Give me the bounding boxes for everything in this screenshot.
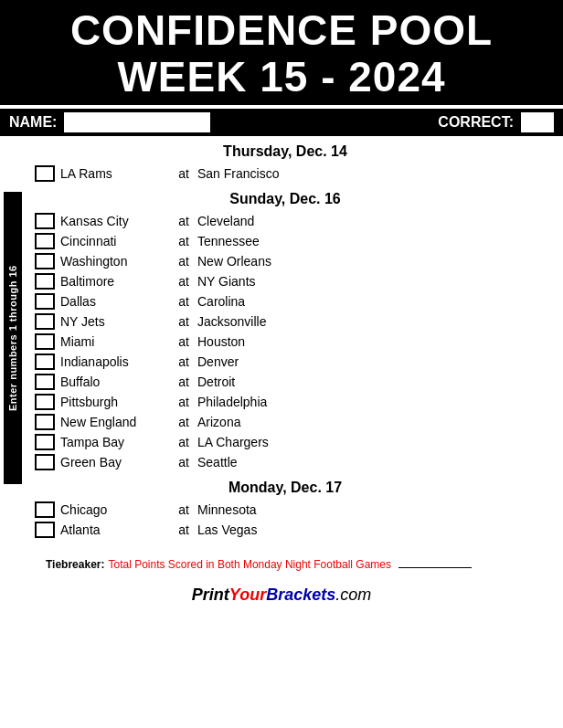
team-home: Kansas City (60, 214, 170, 228)
game-row: Green BayatSeattle (35, 452, 536, 472)
team-home: Cincinnati (60, 234, 170, 248)
team-home: New England (60, 415, 170, 429)
game-checkbox[interactable] (35, 353, 55, 370)
team-home: Indianapolis (60, 354, 170, 369)
day-header: Sunday, Dec. 16 (35, 184, 536, 211)
header: CONFIDENCE POOL WEEK 15 - 2024 (0, 0, 563, 105)
at-text: at (170, 334, 197, 349)
game-row: DallasatCarolina (35, 291, 536, 311)
footer-your: Your (229, 586, 266, 604)
game-checkbox[interactable] (35, 165, 55, 182)
game-row: PittsburghatPhiladelphia (35, 392, 536, 412)
at-text: at (170, 254, 197, 269)
at-text: at (170, 354, 197, 369)
team-away: Denver (197, 354, 536, 369)
team-home: Pittsburgh (60, 395, 170, 409)
team-home: Baltimore (60, 274, 170, 289)
header-title-line1: CONFIDENCE POOL (9, 7, 554, 54)
game-checkbox[interactable] (35, 233, 55, 249)
team-away: Detroit (197, 375, 536, 389)
at-text: at (170, 435, 197, 449)
team-away: Carolina (197, 294, 536, 309)
game-row: BaltimoreatNY Giants (35, 271, 536, 291)
game-checkbox[interactable] (35, 501, 55, 518)
day-header: Monday, Dec. 17 (35, 472, 536, 500)
game-row: WashingtonatNew Orleans (35, 251, 536, 271)
team-away: New Orleans (197, 254, 536, 269)
game-checkbox[interactable] (35, 394, 55, 410)
name-label: NAME: (9, 114, 57, 131)
team-home: Tampa Bay (60, 435, 170, 449)
game-row: IndianapolisatDenver (35, 352, 536, 372)
game-row: ChicagoatMinnesota (35, 500, 536, 520)
at-text: at (170, 415, 197, 429)
team-home: Atlanta (60, 522, 170, 537)
team-home: Buffalo (60, 375, 170, 389)
at-text: at (170, 166, 197, 181)
at-text: at (170, 395, 197, 409)
at-text: at (170, 375, 197, 389)
game-checkbox[interactable] (35, 253, 55, 269)
team-away: Minnesota (197, 502, 536, 517)
side-label: Enter numbers 1 through 16 (4, 192, 22, 484)
game-checkbox[interactable] (35, 454, 55, 470)
game-row: CincinnatiatTennessee (35, 231, 536, 251)
game-checkbox[interactable] (35, 434, 55, 450)
game-checkbox[interactable] (35, 273, 55, 290)
team-away: Jacksonville (197, 314, 536, 329)
at-text: at (170, 234, 197, 248)
at-text: at (170, 214, 197, 228)
team-away: Cleveland (197, 214, 536, 228)
team-home: Green Bay (60, 455, 170, 470)
at-text: at (170, 502, 197, 517)
game-checkbox[interactable] (35, 522, 55, 538)
game-checkbox[interactable] (35, 293, 55, 310)
header-title-line2: WEEK 15 - 2024 (9, 54, 554, 100)
game-row: Tampa BayatLA Chargers (35, 432, 536, 452)
game-checkbox[interactable] (35, 213, 55, 229)
team-home: Chicago (60, 502, 170, 517)
team-home: Dallas (60, 294, 170, 309)
at-text: at (170, 455, 197, 470)
name-bar-right: CORRECT: (438, 112, 554, 132)
at-text: at (170, 294, 197, 309)
game-row: NY JetsatJacksonville (35, 311, 536, 332)
footer-com: .com (335, 586, 371, 604)
game-checkbox[interactable] (35, 414, 55, 430)
footer-print: Print (192, 586, 229, 604)
team-home: Miami (60, 334, 170, 349)
name-bar-left: NAME: (9, 112, 210, 132)
day-header: Thursday, Dec. 14 (35, 136, 536, 164)
correct-input[interactable] (521, 112, 554, 132)
team-away: Tennessee (197, 234, 536, 248)
game-checkbox[interactable] (35, 313, 55, 330)
tiebreaker-description: Total Points Scored in Both Monday Night… (108, 558, 391, 571)
name-input[interactable] (64, 112, 210, 132)
team-away: Arizona (197, 415, 536, 429)
at-text: at (170, 314, 197, 329)
team-away: Philadelphia (197, 395, 536, 409)
team-away: San Francisco (197, 166, 536, 181)
team-home: NY Jets (60, 314, 170, 329)
name-bar: NAME: CORRECT: (0, 109, 563, 136)
game-checkbox[interactable] (35, 333, 55, 350)
game-row: MiamiatHouston (35, 332, 536, 352)
tiebreaker-section: Tiebreaker: Total Points Scored in Both … (0, 558, 563, 571)
game-row: Kansas CityatCleveland (35, 211, 536, 231)
team-home: LA Rams (60, 166, 170, 181)
team-away: Seattle (197, 455, 536, 470)
game-row: BuffaloatDetroit (35, 372, 536, 392)
team-away: Houston (197, 334, 536, 349)
team-away: NY Giants (197, 274, 536, 289)
game-checkbox[interactable] (35, 374, 55, 390)
team-away: LA Chargers (197, 435, 536, 449)
at-text: at (170, 274, 197, 289)
game-row: AtlantaatLas Vegas (35, 520, 536, 540)
game-row: New EnglandatArizona (35, 412, 536, 432)
tiebreaker-blank (398, 567, 472, 568)
footer: PrintYourBrackets.com (0, 586, 563, 614)
team-away: Las Vegas (197, 522, 536, 537)
tiebreaker-label: Tiebreaker: (46, 558, 104, 571)
team-home: Washington (60, 254, 170, 269)
at-text: at (170, 522, 197, 537)
